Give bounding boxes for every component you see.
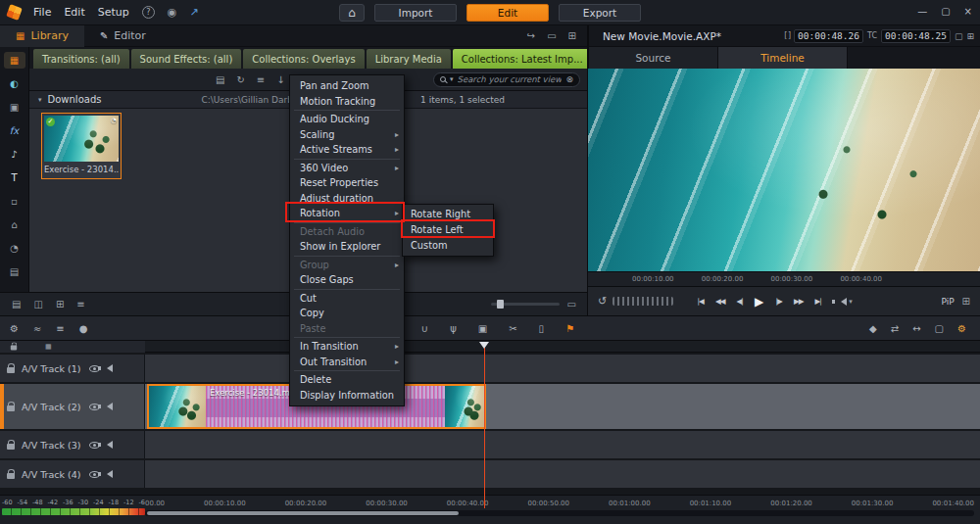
menu-item-out-transition[interactable]: Out Transition▸ [290,355,404,370]
lock-icon[interactable] [7,444,15,450]
collapse-chevron-icon[interactable]: ▾ [38,96,42,104]
detach-panel-icon[interactable]: ▭ [547,30,556,41]
multiview-grid-icon[interactable]: ⊞ [962,296,970,307]
titles-icon[interactable]: T [4,169,25,186]
search-input[interactable]: ▾ Search your current view ⊗ [433,72,580,87]
timecode-position[interactable]: 00:00:48.26 [794,29,863,43]
jump-end-button[interactable]: ▶| [810,294,825,310]
collections-icon[interactable]: ▤ [4,263,25,280]
marker-icon[interactable]: ⚑ [565,323,574,334]
track-size-icon[interactable]: ≡ [56,323,64,334]
grid-view-icon[interactable]: ⊞ [56,299,64,310]
track-header-2[interactable]: A/V Track (2) [0,384,145,429]
panel-layout-icon[interactable]: ⊞ [568,30,576,41]
effects-icon[interactable]: fx [4,122,25,139]
loop-playback-icon[interactable]: ↺ [598,295,607,308]
view-options-icon[interactable]: ≡ [257,74,265,85]
sort-icon[interactable]: ↓ [276,74,284,85]
menu-item-delete[interactable]: Delete [290,372,404,388]
razor-icon[interactable]: ✂ [509,323,516,334]
tab-source[interactable]: Source [589,47,718,69]
web-media-icon[interactable]: ◐ [4,75,25,92]
timeline-marker-strip[interactable]: ▦ [0,341,980,353]
snapshot-icon[interactable]: ▣ [478,323,487,334]
menu-item-show-in-explorer[interactable]: Show in Explorer [290,239,404,255]
tab-transitions[interactable]: Transitions: (all) [33,49,129,69]
track-header-1[interactable]: A/V Track (1) [0,355,145,382]
pip-icon[interactable]: ▢ [935,323,944,334]
track-header-3[interactable]: A/V Track (3) [0,431,145,458]
music-icon[interactable]: ♪ [4,146,25,163]
tab-library-media[interactable]: Library Media [367,49,451,69]
magnet-icon[interactable]: ∪ [421,323,428,334]
lock-icon[interactable] [7,367,15,373]
menu-item-copy[interactable]: Copy [290,306,404,321]
timeline-settings-icon[interactable]: ⚙ [10,323,19,334]
maximize-icon[interactable]: ▢ [941,6,950,17]
track-lane-3[interactable] [145,431,980,458]
folder-icon[interactable]: ▤ [216,74,224,85]
location-icon[interactable]: ◉ [168,6,177,19]
mark-in-out-icon[interactable]: [ ] [784,31,790,40]
track-lane-4[interactable] [145,460,980,488]
fit-view-icon[interactable]: ▭ [567,299,576,310]
menu-item-360-video[interactable]: 360 Video▸ [290,161,404,176]
search-clear-icon[interactable]: ⊗ [565,74,573,84]
search-scope-caret-icon[interactable]: ▾ [450,75,454,83]
menu-item-motion-tracking[interactable]: Motion Tracking [290,94,404,110]
preview-grid-icon[interactable]: ⊞ [966,31,974,41]
tab-collections-latest-import[interactable]: Collections: Latest Imp... × [453,49,606,69]
scenes-view-icon[interactable]: ▤ [12,299,21,310]
thumbnail-view-icon[interactable]: ◫ [33,299,42,310]
frame-forward-button[interactable]: |▶ [771,294,786,310]
timecode-duration[interactable]: 00:00:48.25 [881,29,951,43]
speaker-icon[interactable] [107,364,113,372]
list-view-icon[interactable]: ≡ [76,299,84,310]
audio-mixer-icon[interactable]: ≈ [33,323,41,334]
menu-item-close-gaps[interactable]: Close Gaps [290,272,404,288]
timeline-scrollbar[interactable] [145,510,974,516]
menu-item-pan-and-zoom[interactable]: Pan and Zoom [290,78,404,94]
tab-timeline[interactable]: Timeline [718,47,848,69]
export-button[interactable]: Export [559,4,641,22]
menu-setup[interactable]: Setup [98,6,129,19]
menu-item-cut[interactable]: Cut [290,291,404,307]
pip-label[interactable]: PiP [941,297,954,307]
import-button[interactable]: Import [374,4,457,22]
menu-file[interactable]: File [33,6,51,19]
recent-icon[interactable]: ◔ [4,240,25,257]
frame-back-button[interactable]: ◀| [732,294,747,310]
lock-icon[interactable] [7,473,15,479]
library-nav-icon[interactable]: ▦ [4,52,25,69]
lock-icon[interactable] [11,346,17,351]
play-button[interactable]: ▶ [752,294,766,310]
menu-item-in-transition[interactable]: In Transition▸ [290,339,404,355]
menu-item-rotate-right[interactable]: Rotate Right [403,207,493,222]
media-thumbnail[interactable]: ✓ ◔ [44,116,119,162]
photos-icon[interactable]: ▣ [4,99,25,116]
share-icon[interactable]: ↗ [189,6,198,19]
volume-control[interactable]: ▾ [841,298,853,306]
prev-clip-button[interactable]: ◀◀ [712,294,727,310]
swap-icon[interactable]: ⇄ [891,323,899,334]
speaker-icon[interactable] [107,470,113,478]
keyframe-icon[interactable]: ◆ [869,323,877,334]
zoom-slider-handle[interactable] [497,300,504,309]
strip-grid-icon[interactable]: ▦ [45,343,52,351]
tab-library[interactable]: ▦ Library [0,25,84,47]
menu-item-custom[interactable]: Custom [403,238,493,254]
minimize-icon[interactable]: — [917,6,927,17]
tab-editor[interactable]: ✎ Editor [84,25,162,47]
speaker-icon[interactable] [107,403,113,410]
jog-shuttle[interactable] [612,297,673,306]
editor-tools-icon[interactable]: ⚙ [957,323,966,334]
home-button[interactable]: ⌂ [339,4,365,22]
send-to-timeline-icon[interactable]: ↪ [527,30,535,41]
jump-start-button[interactable]: |◀ [693,294,708,310]
close-icon[interactable]: × [964,6,972,17]
lock-icon[interactable] [7,405,15,411]
next-clip-button[interactable]: ▶▶ [791,294,806,310]
track-lane-1[interactable] [145,355,980,382]
playhead-handle[interactable] [479,342,489,349]
trim-mode-icon[interactable]: ↔ [912,323,920,334]
